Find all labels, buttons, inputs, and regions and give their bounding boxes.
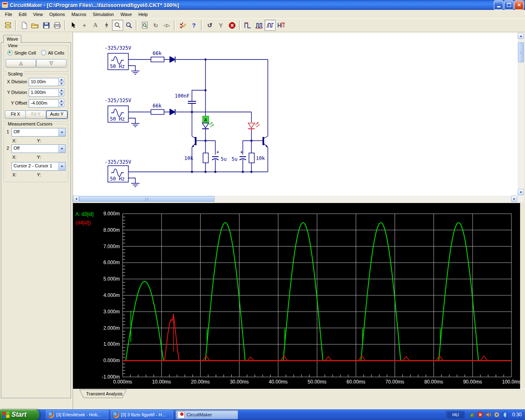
scope-digital-button[interactable] — [253, 20, 265, 31]
tab-wave[interactable]: Wave — [3, 35, 21, 43]
tab-transient-analysis[interactable]: Transient Analysis — [74, 389, 139, 399]
x-division-input[interactable]: 10.00m — [29, 78, 59, 86]
trace-d4 — [164, 314, 179, 361]
resistor-10k-left[interactable] — [203, 153, 208, 163]
volume-icon[interactable] — [485, 411, 492, 418]
select-tool-button[interactable] — [68, 20, 79, 31]
cell-up-button[interactable]: △ — [6, 59, 36, 68]
reset-button[interactable]: ↺ — [204, 20, 215, 31]
fit-x-button[interactable]: Fit X — [5, 110, 26, 119]
print-button[interactable] — [52, 20, 63, 31]
fit-y-button[interactable]: Fit Y — [25, 110, 46, 119]
cursor1-select[interactable]: Off — [11, 128, 66, 137]
menu-simulation[interactable]: Simulation — [89, 11, 117, 18]
ground-symbol[interactable] — [128, 118, 139, 127]
capacitor-5u-right[interactable] — [240, 151, 246, 160]
taskbar-task-2[interactable]: [3] 3 fázis figyelő - H... — [111, 410, 173, 419]
tab-label: Transient Analysis — [86, 391, 123, 396]
cursor2-select[interactable]: Off — [11, 144, 66, 153]
magnify-button[interactable] — [123, 20, 134, 31]
toolbar-separator — [64, 21, 66, 30]
y-offset-label: Y Offset — [4, 100, 27, 105]
schematic-canvas[interactable]: A -325/325V 50 Hz 66k -325/325V 50 Hz 66… — [73, 33, 518, 196]
scroll-up-arrow[interactable] — [518, 33, 524, 39]
menu-macros[interactable]: Macros — [68, 11, 89, 18]
rotate-button[interactable]: ↻ — [150, 20, 161, 31]
r3-label: 10k — [184, 155, 193, 161]
source2-label: -325/325V — [105, 98, 131, 103]
waveform-plot[interactable]: A: d3[id] (d4[id]) 0.000ms10.00ms20.00ms… — [73, 203, 520, 389]
auto-y-button[interactable]: Auto Y — [46, 110, 68, 119]
y-division-input[interactable]: 1.000m — [29, 89, 59, 97]
vertical-scroll-thumb[interactable]: ≡ — [518, 42, 524, 62]
delete-tool-button[interactable] — [101, 20, 112, 31]
ground-symbol[interactable] — [128, 66, 139, 74]
scroll-down-arrow[interactable] — [518, 189, 524, 195]
transistor-right[interactable] — [251, 136, 268, 172]
scope-xy-button[interactable] — [242, 20, 253, 31]
wire-tool-button[interactable]: + — [79, 20, 90, 31]
led-green[interactable] — [202, 123, 209, 129]
y-offset-input[interactable]: -4.000m — [29, 99, 59, 107]
save-button[interactable] — [41, 20, 52, 31]
security-shield-icon[interactable] — [477, 411, 484, 418]
menu-wave[interactable]: Wave — [117, 11, 135, 18]
schematic-vertical-scrollbar[interactable]: ≡ — [518, 33, 524, 202]
horizontal-scroll-thumb[interactable]: ∥∥ — [79, 196, 215, 202]
scope-mixed-button[interactable] — [276, 20, 287, 31]
y-offset-spinner[interactable] — [58, 99, 64, 107]
cursor-diff-select[interactable]: Cursor 2 - Cursor 1 — [11, 162, 66, 171]
menu-file[interactable]: File — [2, 11, 16, 18]
x-tick-label: 70.00ms — [386, 379, 404, 385]
mirror-button[interactable]: ◁▷ — [161, 20, 172, 31]
bluetooth-icon[interactable] — [502, 411, 508, 418]
scope-analog-button[interactable] — [265, 20, 276, 31]
taskbar-task-1[interactable]: [3] Értesítések - Hob... — [46, 410, 108, 419]
single-cell-radio[interactable]: Single Cell — [7, 50, 36, 55]
minimize-button[interactable] — [494, 0, 503, 10]
part-browser-button[interactable] — [2, 20, 14, 31]
text-tool-button[interactable]: A — [90, 20, 101, 31]
firefox-icon — [48, 412, 54, 418]
diode-2[interactable] — [170, 109, 175, 115]
digital-options-button[interactable] — [177, 20, 188, 31]
diode-1[interactable] — [170, 57, 175, 62]
menu-view[interactable]: View — [30, 11, 46, 18]
y-tick-label: 6.000m — [103, 260, 120, 265]
led-red[interactable] — [248, 122, 260, 129]
resistor-10k-right[interactable] — [249, 153, 254, 163]
x-division-spinner[interactable] — [58, 78, 64, 86]
zoom-tool-button[interactable] — [112, 20, 123, 31]
menu-options[interactable]: Options — [46, 11, 68, 18]
capacitor-100nF[interactable] — [188, 101, 196, 103]
taskbar-task-3[interactable]: CircuitMaker — [176, 410, 238, 419]
menu-help[interactable]: Help — [135, 11, 151, 18]
schematic-horizontal-scrollbar[interactable]: ∥∥ — [73, 196, 518, 202]
probe-tool-button[interactable]: Y — [215, 20, 226, 31]
resistor-66k-1[interactable] — [151, 57, 164, 62]
language-indicator[interactable]: HU — [447, 411, 465, 418]
audio-device-icon[interactable] — [493, 411, 500, 418]
help-button[interactable]: ? — [188, 20, 199, 31]
resistor-66k-2[interactable] — [151, 110, 164, 114]
cell-down-button[interactable]: ▽ — [36, 59, 66, 68]
wire[interactable] — [192, 59, 205, 112]
search-button[interactable] — [139, 20, 150, 31]
ground-symbol[interactable] — [128, 178, 139, 187]
all-cells-radio[interactable]: All Cells — [41, 50, 64, 55]
scroll-right-arrow[interactable] — [511, 196, 517, 202]
close-button[interactable]: ✕ — [514, 0, 524, 10]
x-tick-label: 10.00ms — [152, 379, 171, 385]
probe-a[interactable]: A — [203, 116, 209, 123]
legend-trace-d3: A: d3[id] — [75, 211, 94, 217]
open-button[interactable] — [30, 20, 41, 31]
pen-tablet-icon[interactable] — [469, 411, 475, 418]
y-division-spinner[interactable] — [58, 88, 64, 96]
close-icon: ✕ — [517, 2, 521, 8]
new-button[interactable] — [18, 20, 30, 31]
taskbar-clock[interactable]: 0:30 — [512, 412, 522, 418]
menu-edit[interactable]: Edit — [16, 11, 30, 18]
restore-button[interactable] — [504, 0, 514, 10]
scroll-left-arrow[interactable] — [73, 196, 79, 202]
stop-button[interactable] — [226, 20, 237, 31]
